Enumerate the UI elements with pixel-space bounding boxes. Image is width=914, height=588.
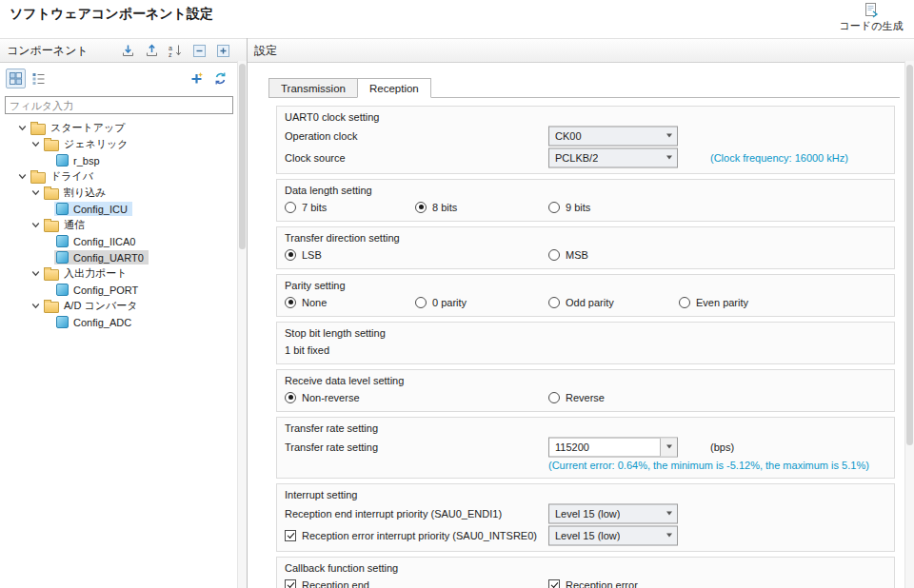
- scrollbar-thumb[interactable]: [239, 64, 246, 249]
- chevron-down-icon[interactable]: [660, 438, 677, 456]
- tree-item-content[interactable]: r_bsp: [54, 153, 105, 167]
- unit-label: (bps): [710, 441, 734, 453]
- add-component-icon[interactable]: [188, 69, 206, 88]
- checkbox[interactable]: [548, 579, 560, 588]
- filter-input[interactable]: [5, 96, 233, 114]
- main-area: コンポーネント az: [0, 38, 914, 588]
- tree-item-config-adc[interactable]: Config_ADC: [0, 314, 247, 330]
- radio-button[interactable]: [548, 392, 560, 403]
- dropdown[interactable]: 115200: [548, 437, 678, 457]
- chevron-down-icon[interactable]: [30, 220, 41, 230]
- import-components-icon[interactable]: [119, 42, 137, 60]
- radio-button[interactable]: [548, 202, 560, 213]
- checkbox-option-reception-error[interactable]: Reception error: [548, 579, 638, 588]
- option-label: Even parity: [696, 297, 748, 308]
- tree-item-node-9[interactable]: 入出力ポート: [0, 265, 247, 282]
- tab-reception[interactable]: Reception: [357, 78, 431, 98]
- tree-item-r-bsp[interactable]: r_bsp: [0, 152, 247, 168]
- radio-option-non-reverse[interactable]: Non-reverse: [285, 392, 360, 403]
- chevron-down-icon[interactable]: [30, 139, 41, 149]
- dropdown[interactable]: Level 15 (low): [548, 525, 678, 545]
- radio-option-odd-parity[interactable]: Odd parity: [548, 297, 614, 308]
- setting-label-text: Transfer rate setting: [285, 441, 378, 453]
- tree-item-node-1[interactable]: ジェネリック: [0, 136, 247, 152]
- control-slot: CK00: [548, 126, 678, 146]
- tab-transmission[interactable]: Transmission: [268, 78, 358, 98]
- chevron-down-icon[interactable]: [30, 187, 41, 198]
- generate-code-button[interactable]: コードの生成: [836, 2, 906, 33]
- tree-item-content[interactable]: Config_ADC: [54, 315, 136, 329]
- tree-item-node-4[interactable]: 割り込み: [0, 185, 247, 201]
- radio-button[interactable]: [415, 297, 427, 308]
- checkbox[interactable]: [285, 530, 296, 541]
- section-title: Receive data level setting: [285, 375, 404, 386]
- checkbox[interactable]: [285, 579, 296, 588]
- chevron-down-icon[interactable]: [661, 504, 677, 522]
- tree-item-node-3[interactable]: ドライバ: [0, 168, 247, 185]
- chevron-down-icon[interactable]: [30, 268, 41, 279]
- hardware-view-icon[interactable]: [30, 69, 48, 88]
- control-slot: Level 15 (low): [548, 525, 678, 545]
- radio-option-8-bits[interactable]: 8 bits: [415, 202, 457, 213]
- components-header-toolbar: az: [119, 42, 240, 60]
- tree-item-content[interactable]: A/D コンバータ: [42, 298, 142, 314]
- components-view-icon[interactable]: [6, 69, 26, 88]
- radio-option-lsb[interactable]: LSB: [285, 249, 322, 261]
- tree-item-content[interactable]: スタートアップ: [29, 120, 130, 136]
- radio-button[interactable]: [285, 392, 296, 403]
- setting-row: Non-reverseReverse: [285, 388, 886, 406]
- radio-button[interactable]: [285, 249, 296, 261]
- tree-item-config-iica0[interactable]: Config_IICA0: [0, 233, 247, 249]
- radio-option-9-bits[interactable]: 9 bits: [548, 202, 590, 213]
- components-scrollbar[interactable]: [237, 61, 247, 588]
- sort-icon[interactable]: az: [167, 42, 185, 60]
- radio-button[interactable]: [285, 202, 296, 213]
- tree-item-content[interactable]: 入出力ポート: [42, 265, 132, 282]
- radio-button[interactable]: [415, 202, 427, 213]
- dropdown[interactable]: PCLKB/2: [548, 147, 678, 167]
- option-label: MSB: [566, 249, 588, 261]
- radio-button[interactable]: [285, 297, 296, 308]
- tree-item-content[interactable]: Config_IICA0: [54, 234, 140, 248]
- dropdown[interactable]: Level 15 (low): [548, 503, 678, 523]
- radio-option-reverse[interactable]: Reverse: [548, 392, 605, 403]
- tree-item-node-6[interactable]: 通信: [0, 217, 247, 233]
- tree-item-content[interactable]: 割り込み: [42, 185, 111, 201]
- scrollbar-thumb[interactable]: [906, 65, 913, 445]
- chevron-down-icon[interactable]: [661, 148, 677, 167]
- tree-item-label: スタートアップ: [50, 121, 126, 135]
- remove-component-icon[interactable]: [211, 69, 229, 88]
- radio-option-msb[interactable]: MSB: [548, 249, 588, 261]
- tree-item-content[interactable]: 通信: [42, 217, 89, 233]
- chevron-down-icon[interactable]: [661, 127, 677, 145]
- chevron-down-icon[interactable]: [17, 171, 28, 182]
- tree-item-content[interactable]: ジェネリック: [42, 136, 133, 152]
- radio-option-none[interactable]: None: [285, 297, 327, 308]
- collapse-all-icon[interactable]: [190, 42, 209, 60]
- expand-all-icon[interactable]: [214, 42, 232, 60]
- tree-item-content[interactable]: Config_UART0: [54, 250, 149, 265]
- dropdown[interactable]: CK00: [548, 126, 678, 146]
- radio-option-0-parity[interactable]: 0 parity: [415, 297, 467, 308]
- tree-item-config-icu[interactable]: Config_ICU: [0, 201, 247, 217]
- chevron-down-icon[interactable]: [30, 301, 41, 311]
- radio-button[interactable]: [548, 297, 560, 308]
- settings-scrollbar[interactable]: [904, 61, 914, 588]
- export-components-icon[interactable]: [143, 42, 161, 60]
- tree-item-content[interactable]: ドライバ: [29, 168, 98, 185]
- checkbox-option-reception-end[interactable]: Reception end: [285, 579, 369, 588]
- tree-item-config-port[interactable]: Config_PORT: [0, 282, 247, 298]
- section-title: Data length setting: [285, 185, 372, 196]
- tree-item-node-0[interactable]: スタートアップ: [0, 120, 247, 136]
- tree-item-config-uart0[interactable]: Config_UART0: [0, 249, 247, 265]
- chevron-down-icon[interactable]: [17, 123, 28, 133]
- tree-item-content[interactable]: Config_PORT: [54, 283, 143, 297]
- radio-option-7-bits[interactable]: 7 bits: [285, 202, 327, 213]
- triangle-glyph: [666, 512, 672, 516]
- radio-button[interactable]: [679, 297, 690, 308]
- tree-item-a-d[interactable]: A/D コンバータ: [0, 298, 247, 314]
- radio-button[interactable]: [548, 249, 560, 261]
- chevron-down-icon[interactable]: [661, 526, 677, 544]
- radio-option-even-parity[interactable]: Even parity: [679, 297, 748, 308]
- tree-item-content[interactable]: Config_ICU: [54, 202, 132, 216]
